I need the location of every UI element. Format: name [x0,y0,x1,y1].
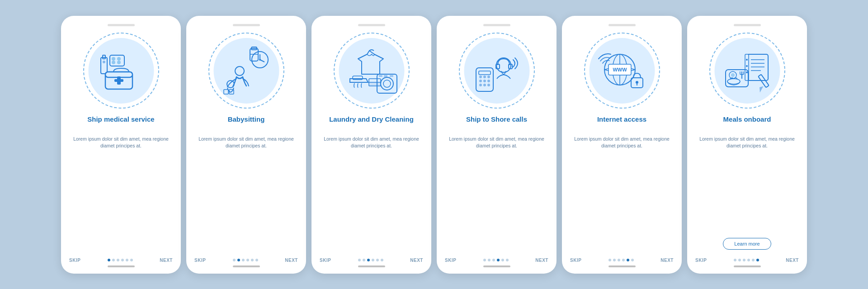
bottom-home-indicator [108,265,135,267]
svg-point-60 [746,59,748,61]
internet-icon: WWW [595,46,649,96]
svg-rect-30 [384,75,387,77]
card-title: Ship to Shore calls [466,115,527,132]
progress-dots [233,259,258,261]
svg-point-44 [487,84,490,86]
skip-label[interactable]: SKIP [445,258,456,263]
dot-5 [631,259,634,261]
dot-3 [497,259,500,261]
progress-dots [483,259,509,261]
svg-point-20 [227,81,234,88]
dot-1 [237,259,240,261]
dot-1 [613,259,616,261]
card-title: Ship medical service [87,115,154,132]
dot-2 [367,259,370,261]
card-title: Laundry and Dry Cleaning [329,115,414,132]
illustration-meals [709,33,786,109]
next-label[interactable]: NEXT [535,258,548,263]
svg-rect-54 [747,54,768,81]
card-description: Lorem ipsum dolor sit dim amet, mea regi… [570,136,674,250]
skip-label[interactable]: SKIP [320,258,331,263]
card-title: Babysitting [228,115,265,132]
phone-card-meals: Meals onboard Lorem ipsum dolor sit dim … [687,16,807,274]
dot-2 [618,259,620,261]
phone-card-babysitting: Babysitting Lorem ipsum dolor sit dim am… [186,16,306,274]
svg-point-6 [112,61,115,64]
svg-point-36 [479,76,482,78]
skip-label[interactable]: SKIP [69,258,80,263]
svg-rect-25 [369,82,381,86]
svg-point-5 [117,57,121,61]
dot-0 [233,259,236,261]
card-bottom-nav: SKIP NEXT [570,254,674,263]
svg-text:WWW: WWW [613,67,627,72]
dot-4 [126,259,128,261]
svg-point-39 [479,80,482,82]
bottom-home-indicator [233,265,260,267]
screens-container: Ship medical service Lorem ipsum dolor s… [50,7,818,283]
dot-5 [255,259,258,261]
card-description: Lorem ipsum dolor sit dim amet, mea regi… [69,136,173,250]
svg-point-69 [727,79,740,84]
dot-2 [743,259,745,261]
svg-point-41 [487,80,490,82]
illustration-laundry [333,33,410,109]
card-bottom-nav: SKIP NEXT [320,254,423,263]
dot-5 [381,259,383,261]
svg-rect-45 [479,71,491,75]
svg-rect-21 [224,90,228,94]
card-description: Lorem ipsum dolor sit dim amet, mea regi… [194,136,298,250]
dot-2 [242,259,245,261]
svg-point-28 [383,80,391,87]
skip-label[interactable]: SKIP [570,258,581,263]
phone-top-bar [233,24,260,26]
svg-point-4 [112,57,115,61]
svg-marker-64 [757,85,765,92]
dot-0 [358,259,361,261]
dot-1 [488,259,491,261]
next-label[interactable]: NEXT [285,258,298,263]
svg-rect-29 [379,75,382,77]
dot-5 [506,259,509,261]
illustration-babysitting [208,33,285,109]
bottom-home-indicator [483,265,510,267]
card-description: Lorem ipsum dolor sit dim amet, mea regi… [695,136,799,234]
dot-4 [501,259,504,261]
dot-5 [130,259,133,261]
next-label[interactable]: NEXT [410,258,423,263]
card-title: Meals onboard [723,115,771,132]
dot-4 [376,259,379,261]
dot-0 [108,259,110,261]
skip-label[interactable]: SKIP [695,258,707,263]
card-description: Lorem ipsum dolor sit dim amet, mea regi… [445,136,548,250]
next-label[interactable]: NEXT [786,258,799,263]
card-bottom-nav: SKIP NEXT [445,254,548,263]
illustration-shore-calls [458,33,535,109]
dot-3 [372,259,374,261]
phone-card-internet: WWW Internet access Lorem ipsum dolor si… [562,16,682,274]
learn-more-button[interactable]: Learn more [723,238,771,250]
svg-point-52 [636,81,638,84]
phone-card-ship-medical: Ship medical service Lorem ipsum dolor s… [61,16,181,274]
svg-line-18 [260,60,264,62]
dot-0 [609,259,611,261]
skip-label[interactable]: SKIP [194,258,206,263]
next-label[interactable]: NEXT [660,258,674,263]
phone-card-shore-calls: Ship to Shore calls Lorem ipsum dolor si… [437,16,557,274]
dot-4 [627,259,629,261]
card-bottom-nav: SKIP NEXT [194,254,298,263]
next-label[interactable]: NEXT [160,258,173,263]
bottom-home-indicator [609,265,636,267]
svg-point-37 [483,76,486,78]
laundry-icon [344,46,399,96]
phone-top-bar [358,24,385,26]
svg-rect-31 [390,75,393,77]
svg-point-38 [487,76,490,78]
dot-3 [622,259,625,261]
svg-point-19 [235,66,244,76]
dot-1 [363,259,365,261]
medical-icon [96,48,146,94]
svg-point-40 [483,80,486,82]
phone-top-bar [483,24,510,26]
babysitting-icon [219,46,274,96]
